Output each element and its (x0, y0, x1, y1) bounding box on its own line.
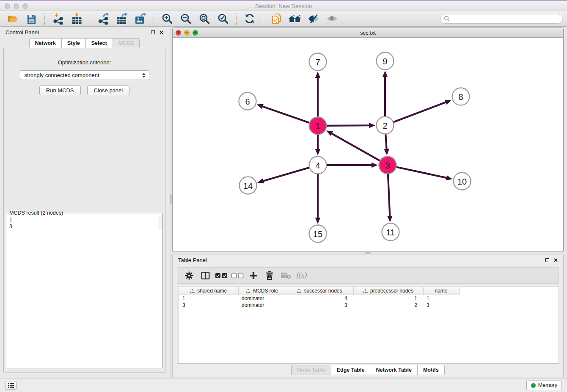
table-row[interactable]: 1dominator411 (179, 295, 459, 302)
split-handle[interactable] (170, 194, 172, 204)
close-panel-icon[interactable]: × (554, 258, 558, 263)
split-handle[interactable] (365, 252, 371, 254)
cell-shared_name[interactable]: 1 (179, 295, 238, 302)
edge-1-to-7[interactable] (315, 72, 320, 117)
task-history-button[interactable] (5, 381, 17, 390)
network-maximize-button[interactable]: + (193, 30, 198, 36)
close-window-button[interactable] (5, 3, 10, 9)
table-row[interactable]: 3dominator323 (179, 302, 459, 309)
node-4[interactable]: 4 (309, 157, 327, 174)
column-header-shared-name[interactable]: shared name (179, 287, 238, 295)
zoom-out-icon[interactable] (177, 12, 194, 25)
table-tab-node-table[interactable]: Node Table (291, 365, 331, 375)
zoom-selected-icon[interactable] (215, 12, 231, 25)
edge-3-to-1[interactable] (326, 130, 380, 160)
maximize-window-button[interactable] (22, 3, 28, 9)
horizontal-split-divider[interactable] (172, 251, 564, 254)
network-canvas[interactable]: 7968124314101511 (173, 38, 563, 251)
export-network-icon[interactable] (95, 12, 112, 25)
minimize-window-button[interactable] (14, 3, 19, 9)
deselect-all-columns-icon[interactable] (229, 269, 245, 282)
cell-mcds_role[interactable]: dominator (238, 302, 286, 309)
node-1[interactable]: 1 (309, 117, 327, 135)
node-14[interactable]: 14 (239, 177, 257, 194)
node-11[interactable]: 11 (382, 224, 399, 241)
vertical-split-divider[interactable] (169, 27, 172, 378)
edge-3-to-11[interactable] (387, 174, 392, 222)
float-panel-icon[interactable] (545, 258, 549, 262)
edge-2-to-3[interactable] (384, 134, 389, 155)
cell-shared_name[interactable]: 3 (179, 302, 238, 309)
close-panel-icon[interactable]: × (160, 30, 163, 35)
cell-predecessor_nodes[interactable]: 1 (353, 295, 423, 302)
memory-button[interactable]: Memory (526, 381, 562, 390)
node-6[interactable]: 6 (239, 93, 256, 110)
control-tab-mcds[interactable]: MCDS (113, 38, 140, 48)
control-tab-network[interactable]: Network (29, 38, 62, 48)
control-tab-style[interactable]: Style (62, 38, 86, 48)
mcds-result-line: 1 (9, 216, 160, 223)
column-header-name[interactable]: name (423, 287, 459, 295)
home-networks-icon[interactable] (286, 12, 303, 25)
cell-name[interactable]: 1 (423, 295, 459, 302)
search-box[interactable] (440, 14, 563, 24)
column-header-predecessor-nodes[interactable]: predecessor nodes (353, 287, 423, 295)
edge-2-to-8[interactable] (394, 100, 452, 122)
node-10[interactable]: 10 (454, 173, 471, 190)
import-table-icon[interactable] (68, 12, 85, 25)
select-all-columns-icon[interactable] (213, 269, 229, 282)
cell-successor_nodes[interactable]: 4 (286, 295, 353, 302)
network-minimize-button[interactable]: − (184, 30, 190, 36)
table-tab-edge-table[interactable]: Edge Table (331, 365, 371, 375)
table-mode-gear-icon[interactable] (181, 269, 197, 282)
show-all-eye-icon[interactable] (324, 12, 341, 25)
node-8[interactable]: 8 (452, 88, 470, 105)
search-input[interactable] (452, 15, 559, 22)
import-network-icon[interactable] (50, 12, 66, 25)
network-graph[interactable]: 7968124314101511 (173, 38, 564, 251)
edge-1-to-4[interactable] (315, 135, 320, 155)
save-session-icon[interactable] (23, 12, 40, 25)
cell-successor_nodes[interactable]: 3 (286, 302, 353, 309)
cell-predecessor_nodes[interactable]: 2 (353, 302, 423, 309)
cell-mcds_role[interactable]: dominator (238, 295, 286, 302)
edge-1-to-2[interactable] (327, 123, 375, 128)
node-9[interactable]: 9 (377, 52, 394, 70)
table-tab-motifs[interactable]: Motifs (418, 365, 445, 375)
node-7[interactable]: 7 (309, 53, 327, 71)
table-tab-network-table[interactable]: Network Table (370, 365, 418, 375)
add-column-icon[interactable] (245, 269, 261, 282)
delete-column-trash-icon[interactable] (261, 269, 278, 282)
zoom-fit-icon[interactable] (196, 12, 213, 25)
table-panel-header: Table Panel × (173, 254, 563, 266)
run-mcds-button[interactable]: Run MCDS (39, 86, 81, 95)
edge-4-to-3[interactable] (327, 163, 378, 168)
node-3[interactable]: 3 (379, 157, 396, 174)
network-from-selection-icon[interactable] (268, 12, 285, 25)
open-session-icon[interactable] (4, 12, 21, 25)
edge-4-to-14[interactable] (257, 168, 309, 183)
apply-layout-icon[interactable] (241, 12, 258, 25)
node-2[interactable]: 2 (377, 117, 394, 134)
edge-4-to-15[interactable] (315, 174, 320, 224)
mcds-result-text[interactable]: 13 (6, 216, 162, 230)
export-image-icon[interactable] (132, 12, 149, 25)
export-table-icon[interactable] (113, 12, 130, 25)
network-close-button[interactable]: × (176, 30, 181, 36)
edge-3-to-10[interactable] (396, 167, 453, 180)
cell-name[interactable]: 3 (423, 302, 459, 309)
close-panel-button[interactable]: Close panel (87, 86, 130, 95)
show-column-panel-icon[interactable] (197, 269, 213, 282)
hide-selected-eye-slash-icon[interactable] (305, 12, 322, 25)
control-tab-select[interactable]: Select (86, 38, 113, 48)
float-panel-icon[interactable] (151, 30, 155, 34)
svg-text:14: 14 (243, 181, 253, 190)
criterion-select[interactable]: strongly connected component (20, 70, 149, 80)
result-scrollbar[interactable] (158, 216, 162, 230)
column-header-successor-nodes[interactable]: successor nodes (286, 287, 353, 295)
edge-1-to-6[interactable] (257, 104, 309, 123)
zoom-in-icon[interactable] (159, 12, 176, 25)
column-header-MCDS-role[interactable]: MCDS role (238, 287, 286, 295)
node-15[interactable]: 15 (309, 225, 327, 243)
edge-2-to-9[interactable] (383, 71, 388, 116)
